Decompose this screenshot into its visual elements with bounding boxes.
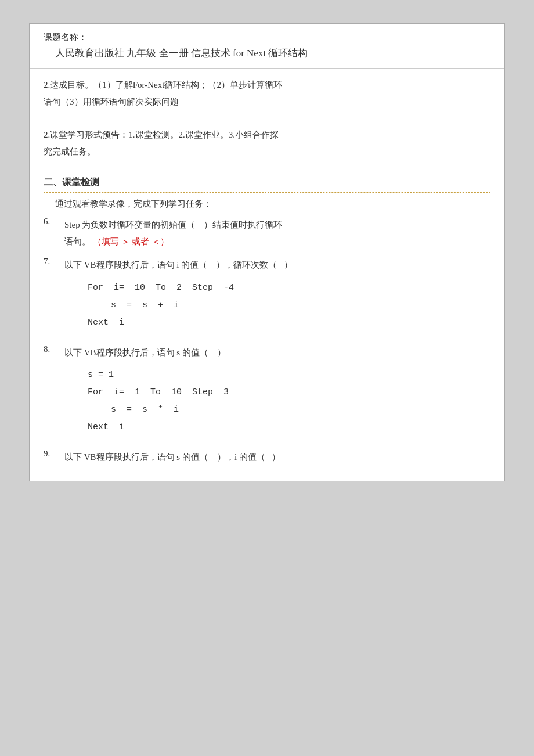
q8-code-line0: s = 1 (88, 366, 490, 384)
q9-num: 9. (44, 449, 64, 466)
q8-code-line1: For i= 1 To 10 Step 3 (88, 384, 490, 401)
goal-line1: 2.达成目标。（1）了解For-Next循环结构；（2）单步计算循环 (44, 77, 490, 93)
q6-hint: （填写 ＞ 或者 ＜） (93, 237, 169, 246)
q8-content: 以下 VB程序段执行后，语句 s 的值（ ） s = 1 For i= 1 To… (64, 344, 490, 442)
q7-text: 以下 VB程序段执行后，语句 i 的值（ ），循环次数（ ） (64, 260, 293, 269)
preview-line1: 2.课堂学习形式预告：1.课堂检测。2.课堂作业。3.小组合作探 (44, 127, 490, 143)
q7-code: For i= 10 To 2 Step -4 s = s + i Next i (88, 279, 490, 332)
q8-code-line2: s = s * i (111, 401, 490, 419)
question-7: 7. 以下 VB程序段执行后，语句 i 的值（ ），循环次数（ ） For i=… (44, 257, 490, 337)
goal-section: 2.达成目标。（1）了解For-Next循环结构；（2）单步计算循环 语句（3）… (30, 69, 504, 118)
q7-code-line1: For i= 10 To 2 Step -4 (88, 279, 490, 297)
intro-text: 通过观看教学录像，完成下列学习任务： (44, 199, 490, 210)
question-9: 9. 以下 VB程序段执行后，语句 s 的值（ ），i 的值（ ） (44, 449, 490, 466)
q8-text: 以下 VB程序段执行后，语句 s 的值（ ） (64, 348, 226, 357)
main-title: 人民教育出版社 九年级 全一册 信息技术 for Next 循环结构 (44, 46, 490, 60)
title-section: 课题名称： 人民教育出版社 九年级 全一册 信息技术 for Next 循环结构 (30, 24, 504, 69)
q9-content: 以下 VB程序段执行后，语句 s 的值（ ），i 的值（ ） (64, 449, 490, 466)
q8-num: 8. (44, 344, 64, 442)
question-6: 6. Step 为负数时循环变量的初始值（ ）结束值时执行循环 语句。 （填写 … (44, 217, 490, 250)
q7-content: 以下 VB程序段执行后，语句 i 的值（ ），循环次数（ ） For i= 10… (64, 257, 490, 337)
q8-code: s = 1 For i= 1 To 10 Step 3 s = s * i Ne… (88, 366, 490, 436)
goal-line2: 语句（3）用循环语句解决实际问题 (44, 93, 490, 110)
q7-code-line2: s = s + i (111, 297, 490, 314)
q6-text: Step 为负数时循环变量的初始值（ ）结束值时执行循环 (64, 220, 282, 229)
q6-num: 6. (44, 217, 64, 250)
q6-content: Step 为负数时循环变量的初始值（ ）结束值时执行循环 语句。 （填写 ＞ 或… (64, 217, 490, 250)
q7-code-line3: Next i (88, 314, 490, 332)
q7-num: 7. (44, 257, 64, 337)
q9-text: 以下 VB程序段执行后，语句 s 的值（ ），i 的值（ ） (64, 452, 280, 462)
label-title: 课题名称： (44, 32, 490, 43)
preview-section: 2.课堂学习形式预告：1.课堂检测。2.课堂作业。3.小组合作探 究完成任务。 (30, 118, 504, 168)
q6-hint-prefix: 语句。 (64, 237, 91, 246)
question-8: 8. 以下 VB程序段执行后，语句 s 的值（ ） s = 1 For i= 1… (44, 344, 490, 442)
classroom-check-section: 二、课堂检测 通过观看教学录像，完成下列学习任务： 6. Step 为负数时循环… (30, 168, 504, 481)
q8-code-line3: Next i (88, 419, 490, 436)
preview-line2: 究完成任务。 (44, 143, 490, 160)
section2-header: 二、课堂检测 (44, 177, 490, 193)
page-container: 课题名称： 人民教育出版社 九年级 全一册 信息技术 for Next 循环结构… (29, 23, 505, 481)
